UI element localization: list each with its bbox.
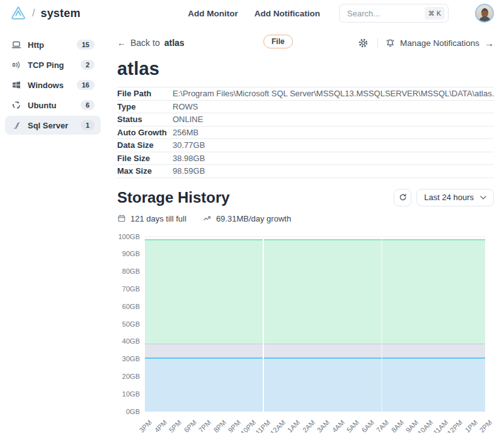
sidebar-item-sql-server[interactable]: Sql Server 1 — [5, 116, 101, 135]
detail-label: File Size — [117, 154, 173, 163]
detail-value: 30.77GB — [173, 140, 205, 150]
monitor-count-badge: 1 — [81, 120, 94, 130]
sidebar-item-tcp-ping[interactable]: TCP Ping 2 — [5, 55, 101, 74]
detail-value: 98.59GB — [173, 166, 205, 176]
y-axis-tick-label: 50GB — [122, 320, 140, 328]
time-range-select[interactable]: Last 24 hours — [416, 189, 494, 206]
table-row: File Size 38.98GB — [117, 152, 494, 166]
windows-icon — [11, 80, 21, 90]
breadcrumb-separator: / — [32, 8, 35, 19]
top-bar: / system Add Monitor Add Notification ⌘ … — [0, 0, 504, 26]
app-logo-icon[interactable] — [10, 5, 26, 21]
sidebar-item-label: TCP Ping — [28, 60, 64, 70]
y-axis-tick-label: 40GB — [122, 337, 140, 345]
table-row: Data Size 30.77GB — [117, 139, 494, 152]
detail-label: Type — [117, 102, 173, 111]
back-link[interactable]: ← Back to atlas — [117, 38, 185, 48]
detail-value: ONLINE — [173, 115, 203, 124]
main-content: ← Back to atlas File — [106, 26, 504, 433]
broadcast-icon — [11, 60, 21, 70]
arrow-right-icon: → — [484, 38, 494, 48]
table-row: Type ROWS — [117, 101, 494, 114]
ubuntu-icon — [11, 100, 21, 110]
sidebar-item-label: Sql Server — [28, 121, 68, 130]
time-range-value: Last 24 hours — [424, 193, 474, 202]
back-arrow-icon: ← — [117, 38, 126, 48]
calendar-icon — [117, 214, 126, 223]
y-axis-tick-label: 90GB — [122, 250, 140, 257]
chart-gap-line — [263, 237, 264, 412]
detail-label: Status — [117, 115, 173, 124]
refresh-icon — [399, 193, 407, 201]
y-axis-tick-label: 30GB — [122, 355, 140, 363]
monitor-count-badge: 16 — [77, 80, 94, 90]
monitor-count-badge: 2 — [81, 60, 94, 70]
monitor-count-badge: 15 — [77, 40, 94, 50]
y-axis-tick-label: 100GB — [118, 233, 140, 240]
y-axis: 100GB90GB80GB70GB60GB50GB40GB30GB20GB10G… — [117, 237, 141, 412]
divider — [377, 38, 378, 48]
laptop-icon — [11, 40, 21, 50]
detail-value: 256MB — [173, 128, 198, 137]
manage-notifications-label: Manage Notifications — [400, 38, 479, 48]
table-row: Max Size 98.59GB — [117, 165, 494, 178]
y-axis-tick-label: 80GB — [122, 267, 140, 275]
detail-label: Data Size — [117, 140, 173, 150]
detail-label: Max Size — [117, 166, 173, 176]
search-shortcut-badge: ⌘ K — [425, 7, 445, 20]
section-title: Storage History — [117, 189, 230, 206]
settings-button[interactable] — [357, 37, 370, 50]
sql-server-icon — [11, 120, 21, 130]
add-monitor-link[interactable]: Add Monitor — [188, 9, 238, 18]
top-nav: Add Monitor Add Notification — [188, 9, 320, 18]
detail-value: ROWS — [173, 102, 198, 111]
monitor-count-badge: 6 — [81, 100, 94, 110]
table-row: Status ONLINE — [117, 113, 494, 127]
chart-band-data-size — [145, 357, 485, 411]
back-link-text: Back to — [130, 38, 160, 48]
table-row: Auto Growth 256MB — [117, 127, 494, 140]
monitor-type-badge: File — [263, 35, 293, 48]
x-axis: 3PM4PM5PM6PM7PM8PM9PM10PM11PM12AM1AM2AM3… — [145, 413, 485, 433]
storage-stats: 121 days till full 69.31MB/day growth — [117, 214, 494, 223]
sidebar-item-label: Windows — [28, 81, 64, 90]
monitor-details-table: File Path E:\Program Files\Microsoft SQL… — [117, 87, 494, 178]
table-row: File Path E:\Program Files\Microsoft SQL… — [117, 87, 494, 101]
detail-value: E:\Program Files\Microsoft SQL Server\MS… — [173, 89, 494, 98]
growth-stat: 69.31MB/day growth — [203, 214, 291, 223]
chevron-down-icon — [480, 196, 486, 200]
sidebar-item-label: Http — [28, 40, 44, 50]
y-axis-tick-label: 20GB — [122, 373, 140, 380]
sidebar-item-windows[interactable]: Windows 16 — [5, 76, 101, 94]
y-axis-tick-label: 10GB — [122, 390, 140, 398]
page-title: atlas — [117, 59, 494, 79]
gear-icon — [358, 38, 369, 48]
y-axis-tick-label: 60GB — [122, 303, 140, 310]
sidebar-item-http[interactable]: Http 15 — [5, 35, 101, 54]
page-breadcrumb-title: system — [40, 7, 80, 20]
search-box: ⌘ K — [339, 4, 449, 23]
refresh-button[interactable] — [394, 189, 411, 206]
manage-notifications-link[interactable]: Manage Notifications → — [386, 38, 494, 48]
growth-text: 69.31MB/day growth — [216, 214, 291, 223]
sidebar-item-label: Ubuntu — [28, 101, 56, 110]
storage-history-chart: 100GB90GB80GB70GB60GB50GB40GB30GB20GB10G… — [117, 233, 494, 433]
days-till-full-text: 121 days till full — [130, 214, 186, 223]
detail-label: Auto Growth — [117, 128, 173, 137]
user-avatar[interactable] — [475, 4, 494, 23]
trend-up-icon — [203, 214, 212, 223]
chart-gap-line — [381, 237, 382, 412]
monitor-toolbar: ← Back to atlas File — [117, 35, 494, 51]
storage-history-header: Storage History Last 24 hours — [117, 189, 494, 206]
detail-label: File Path — [117, 89, 173, 98]
y-axis-tick-label: 70GB — [122, 285, 140, 293]
sidebar-item-ubuntu[interactable]: Ubuntu 6 — [5, 96, 101, 115]
chart-plot — [145, 237, 485, 412]
days-till-full-stat: 121 days till full — [117, 214, 186, 223]
back-link-target: atlas — [164, 38, 185, 48]
add-notification-link[interactable]: Add Notification — [255, 9, 320, 18]
sidebar: Http 15 TCP Ping 2 Windows 16 — [0, 26, 106, 433]
bell-icon — [386, 38, 395, 48]
y-axis-tick-label: 0GB — [126, 408, 140, 415]
detail-value: 38.98GB — [173, 154, 205, 163]
